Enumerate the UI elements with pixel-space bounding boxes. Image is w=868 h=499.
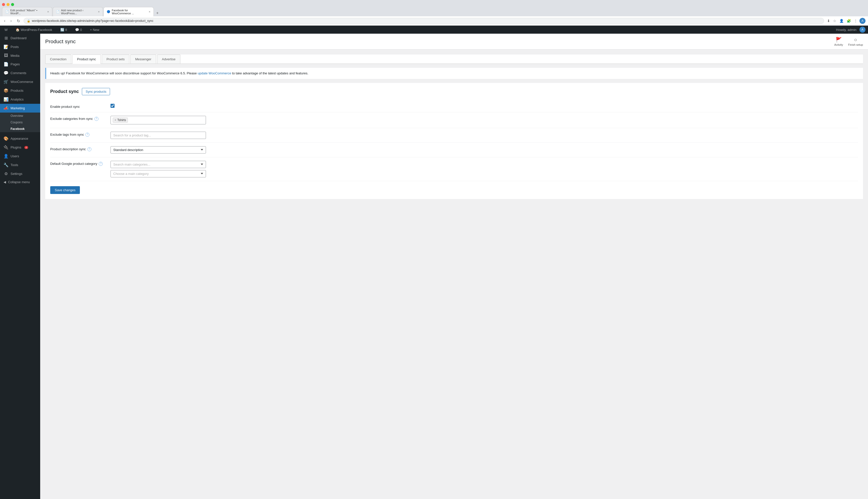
browser-tab-3[interactable]: 🔵 Facebook for WooCommerce ... ×	[103, 7, 154, 16]
finish-setup-button[interactable]: ○ Finish setup	[848, 37, 863, 46]
google-category-label: Default Google product category ?	[50, 161, 106, 166]
sidebar-item-media[interactable]: 🖼 Media	[0, 51, 40, 60]
sidebar-item-analytics[interactable]: 📊 Analytics	[0, 95, 40, 104]
sidebar-item-appearance[interactable]: 🎨 Appearance	[0, 134, 40, 143]
sidebar-item-marketing[interactable]: 📣 Marketing	[0, 104, 40, 112]
adminbar-comments[interactable]: 💬 0	[73, 26, 84, 34]
enable-sync-checkbox[interactable]	[111, 104, 114, 108]
exclude-categories-tag-input[interactable]: × Tshirts	[111, 116, 206, 124]
exclude-tags-input[interactable]	[111, 132, 206, 139]
sidebar-item-plugins[interactable]: 🔌 Plugins 4	[0, 143, 40, 152]
sidebar-collapse-button[interactable]: ◀ Collapse menu	[0, 178, 40, 186]
maximize-button[interactable]	[11, 3, 14, 6]
back-button[interactable]: ‹	[2, 18, 7, 24]
sidebar-label-posts: Posts	[11, 45, 19, 49]
extensions-icon[interactable]: 🧩	[846, 18, 852, 24]
notice-link[interactable]: update WooCommerce	[198, 71, 231, 75]
updates-icon: 🔄	[60, 28, 64, 32]
sidebar-item-woocommerce[interactable]: 🛒 WooCommerce	[0, 77, 40, 86]
finish-setup-icon: ○	[854, 37, 857, 43]
comments-sidebar-icon: 💬	[3, 71, 9, 75]
browser-tab-2[interactable]: 📄 Add new product ‹ WordPress... ×	[53, 7, 103, 16]
notice-banner: Heads up! Facebook for WooCommerce will …	[45, 68, 863, 79]
save-changes-button[interactable]: Save changes	[50, 186, 80, 194]
field-description-sync: Product description sync ? Standard desc…	[50, 143, 858, 157]
tab-product-sets[interactable]: Product sets	[102, 54, 129, 64]
bookmark-icon[interactable]: ☆	[832, 18, 838, 24]
tab-close-2[interactable]: ×	[98, 10, 100, 14]
forward-button[interactable]: ›	[9, 18, 13, 24]
url-text: wordpress-facebook.ddev.site/wp-admin/ad…	[32, 19, 821, 23]
users-icon: 👤	[3, 154, 9, 159]
marketing-submenu: Overview Coupons Facebook	[0, 112, 40, 132]
sidebar-item-posts[interactable]: 📝 Posts	[0, 42, 40, 51]
exclude-categories-help-icon[interactable]: ?	[95, 117, 98, 121]
adminbar-wp-logo[interactable]: W	[2, 26, 10, 34]
sidebar-item-products[interactable]: 📦 Products	[0, 86, 40, 95]
adminbar-howdy[interactable]: Howdy, admin	[836, 28, 856, 32]
browser-tab-1[interactable]: 📄 Edit product "Album" • WordP... ×	[2, 7, 52, 16]
adminbar-avatar[interactable]: A	[859, 27, 866, 33]
url-bar[interactable]: 🔒 wordpress-facebook.ddev.site/wp-admin/…	[24, 18, 824, 24]
google-category-help-icon[interactable]: ?	[99, 162, 103, 166]
tag-remove-tshirts[interactable]: ×	[114, 118, 116, 122]
form-section-title: Product sync	[50, 89, 79, 94]
tab-close-1[interactable]: ×	[47, 10, 49, 14]
profile-icon[interactable]: 👤	[838, 18, 845, 24]
field-google-category: Default Google product category ? Search…	[50, 157, 858, 181]
sidebar-subitem-coupons[interactable]: Coupons	[0, 119, 40, 126]
sidebar-item-dashboard[interactable]: ⊞ Dashboard	[0, 34, 40, 42]
dashboard-icon: ⊞	[3, 36, 9, 40]
tag-tshirts: × Tshirts	[113, 118, 128, 123]
adminbar-new[interactable]: + New	[88, 26, 101, 34]
appearance-icon: 🎨	[3, 136, 9, 141]
media-icon: 🖼	[3, 53, 9, 58]
sidebar-label-users: Users	[11, 154, 19, 158]
adminbar-updates[interactable]: 🔄 8	[58, 26, 69, 34]
tab-messenger[interactable]: Messenger	[131, 54, 156, 64]
collapse-label: Collapse menu	[8, 180, 30, 184]
activity-label: Activity	[834, 43, 843, 46]
user-avatar[interactable]: A	[859, 18, 866, 24]
google-category-sub-select[interactable]: Choose a main category	[111, 170, 206, 178]
description-sync-help-icon[interactable]: ?	[87, 147, 91, 151]
sidebar-subitem-facebook[interactable]: Facebook	[0, 126, 40, 132]
description-sync-label: Product description sync ?	[50, 146, 106, 151]
tab-advertise[interactable]: Advertise	[157, 54, 180, 64]
exclude-tags-help-icon[interactable]: ?	[85, 133, 89, 137]
settings-icon: ⚙	[3, 171, 9, 176]
adminbar-site-name[interactable]: 🏠 WordPress-Facebook	[14, 26, 54, 34]
close-button[interactable]	[2, 3, 5, 6]
google-category-main-select[interactable]: Search main categories...	[111, 161, 206, 168]
activity-button[interactable]: 🚩 Activity	[834, 37, 843, 46]
menu-icon[interactable]: ⋮	[853, 18, 858, 24]
reload-button[interactable]: ↻	[15, 18, 22, 24]
new-tab-button[interactable]: +	[154, 10, 161, 16]
sidebar-sublabel-coupons: Coupons	[11, 121, 23, 124]
download-icon[interactable]: ⬇	[826, 18, 831, 24]
sidebar-item-pages[interactable]: 📄 Pages	[0, 60, 40, 69]
page-title: Product sync	[45, 38, 76, 45]
sidebar-item-tools[interactable]: 🔧 Tools	[0, 160, 40, 169]
tab-close-3[interactable]: ×	[149, 10, 150, 14]
exclude-categories-control: × Tshirts	[111, 116, 206, 124]
exclude-categories-label: Exclude categories from sync ?	[50, 116, 106, 121]
tab-product-sync[interactable]: Product sync	[72, 54, 101, 64]
sidebar-subitem-overview[interactable]: Overview	[0, 112, 40, 119]
field-enable-sync: Enable product sync	[50, 100, 858, 112]
sidebar-item-settings[interactable]: ⚙ Settings	[0, 169, 40, 178]
form-section-header: Product sync Sync products	[50, 88, 858, 95]
browser-chrome: 📄 Edit product "Album" • WordP... × 📄 Ad…	[0, 0, 868, 16]
description-sync-select[interactable]: Standard description Short description B…	[111, 146, 206, 154]
updates-count: 8	[65, 28, 67, 32]
sidebar-label-media: Media	[11, 54, 19, 58]
tab-connection[interactable]: Connection	[45, 54, 71, 64]
sidebar-item-users[interactable]: 👤 Users	[0, 152, 40, 160]
tag-label-tshirts: Tshirts	[117, 118, 126, 122]
sidebar-item-comments[interactable]: 💬 Comments	[0, 69, 40, 77]
minimize-button[interactable]	[7, 3, 10, 6]
sidebar-menu: ⊞ Dashboard 📝 Posts 🖼 Media 📄 Pages 💬	[0, 34, 40, 112]
products-icon: 📦	[3, 88, 9, 93]
sync-products-button[interactable]: Sync products	[82, 88, 110, 95]
sidebar-label-pages: Pages	[11, 62, 20, 66]
